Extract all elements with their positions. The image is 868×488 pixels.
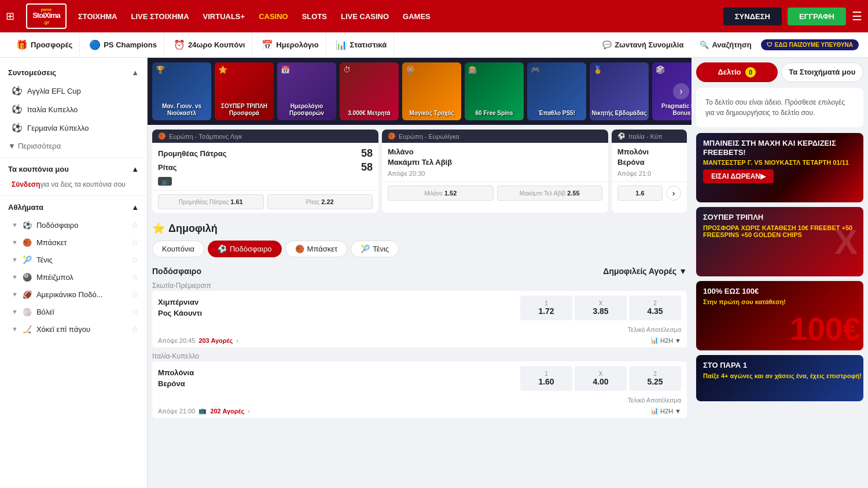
hockey-star-icon[interactable]: ☆ xyxy=(131,324,139,334)
live-score-card-1[interactable]: 🏀 Ευρώπη - Τσάμπιονς Λιγκ Προμηθέας Πάτρ… xyxy=(152,130,378,213)
promo-next-button[interactable]: › xyxy=(673,83,689,99)
nav-livecasino[interactable]: LIVE CASINO xyxy=(341,12,389,21)
tab-tennis[interactable]: 🎾 Τένις xyxy=(351,241,399,257)
banner-cta-1[interactable]: ΕΙΣΑΙ ΔΩΡΕΑΝ▶ xyxy=(703,169,863,183)
score-btn-3-team1[interactable]: 1.6 xyxy=(617,186,663,201)
nav-stats[interactable]: 📊 Στατιστικά xyxy=(329,32,395,58)
promo-banner-welcome[interactable]: 100% ΕΩΣ 100€ Στην πρώτη σου κατάθεση! 1… xyxy=(696,281,863,350)
americanfootball-star-icon[interactable]: ☆ xyxy=(131,290,139,299)
nav-games[interactable]: GAMES xyxy=(403,12,431,21)
promo-card-freespins[interactable]: 🎰 60 Free Spins xyxy=(465,62,524,120)
odd-btn-2-2[interactable]: 2 5.25 xyxy=(629,366,681,391)
sport-item-hockey[interactable]: ▼ 🏒 Χόκεϊ επί πάγου ☆ xyxy=(0,320,147,338)
hamburger-icon[interactable]: ☰ xyxy=(852,9,862,23)
score-btn-2-team1[interactable]: Μιλάνο 1.52 xyxy=(388,186,494,201)
sidebar-item-germany-label: Γερμανία Κύπελλο xyxy=(27,124,89,132)
odd-btn-2-1[interactable]: 1 1.60 xyxy=(520,366,572,391)
sidebar-item-italy-cup[interactable]: ⚽ Ιταλία Κυπελλο xyxy=(0,100,147,119)
promo-card-triple[interactable]: ⭐ ΣΟΥΠΕΡ ΤΡΙΠΛΗ Προσφορά xyxy=(215,62,274,120)
sports-header[interactable]: Αθλήματα ▲ xyxy=(0,198,147,216)
tennis-star-icon[interactable]: ☆ xyxy=(131,255,139,264)
volleyball-star-icon[interactable]: ☆ xyxy=(131,307,139,316)
nav-casino[interactable]: CASINO xyxy=(259,12,288,21)
promo-card-countdown[interactable]: ⏱ 3.000€ Μετρητά xyxy=(340,62,399,120)
promo-card-wheel[interactable]: 🎡 Μαγικός Τροχός xyxy=(402,62,461,120)
nav-offers[interactable]: 🎁 Προσφορές xyxy=(9,32,80,58)
site-logo[interactable]: pame StoiXima .gr xyxy=(26,3,67,29)
odd-btn-2-x[interactable]: Χ 4.00 xyxy=(575,366,627,391)
promo-ps-icon: 🏆 xyxy=(156,65,165,74)
baseball-star-icon[interactable]: ☆ xyxy=(131,272,139,282)
nav-calendar[interactable]: 📅 Ημερολόγιο xyxy=(255,32,326,58)
odd-btn-1-2[interactable]: 2 4.35 xyxy=(629,295,681,320)
sidebar-item-germany-cup[interactable]: ⚽ Γερμανία Κύπελλο xyxy=(0,119,147,137)
search-button[interactable]: 🔍 Αναζήτηση xyxy=(693,32,758,58)
shortcuts-header[interactable]: Συντομεύσεις ▲ xyxy=(0,64,147,82)
more-label: Περισσότερα xyxy=(18,142,61,150)
responsible-gaming-badge[interactable]: 🛡 ΕΔΩ ΠΑΙΖΟΥΜΕ ΥΠΕΥΘΥΝΑ xyxy=(761,39,859,50)
nav-ps-champions[interactable]: 🔵 PS Champions xyxy=(82,32,164,58)
odd-btn-1-x[interactable]: Χ 3.85 xyxy=(575,295,627,320)
score-btn-1-team1[interactable]: Προμηθέας Πάτρας 1.61 xyxy=(158,194,264,209)
sidebar-item-england-cup[interactable]: ⚽ Αγγλία EFL Cup xyxy=(0,82,147,100)
nav-stoixima[interactable]: ΣΤΟΙΧΗΜΑ xyxy=(78,12,117,21)
sport-item-baseball[interactable]: ▼ 🎱 Μπέιζμπολ ☆ xyxy=(0,268,147,286)
sport-item-volleyball[interactable]: ▼ 🏐 Βόλεϊ ☆ xyxy=(0,303,147,320)
live-score-card-2[interactable]: 🏀 Ευρώπη - Ευρωλίγκα Μιλάνο Μακάμπι Τελ … xyxy=(382,130,608,213)
tab-basketball[interactable]: 🏀 Μπάσκετ xyxy=(285,241,348,257)
more-markets-1[interactable]: 203 Αγορές xyxy=(198,337,233,344)
league-icon-1: 🏀 xyxy=(158,132,166,140)
h2h-btn-2[interactable]: 📊 H2H ▼ xyxy=(650,407,681,415)
match-team-2-2: Βερόνα xyxy=(158,379,516,389)
score-card-next-button[interactable]: › xyxy=(666,186,681,201)
login-button[interactable]: ΣΥΝΔΕΣΗ xyxy=(723,8,782,25)
sport-item-basketball[interactable]: ▼ 🏀 Μπάσκετ ☆ xyxy=(0,234,147,251)
coupons-header[interactable]: Τα κουπόνια μου ▲ xyxy=(0,160,147,178)
betslip-tab-mybets[interactable]: Τα Στοιχήματά μου xyxy=(781,62,864,82)
banner-btn-1[interactable]: ΕΙΣΑΙ ΔΩΡΕΑΝ▶ xyxy=(703,169,774,183)
sport-baseball-label: Μπέιζμπολ xyxy=(36,273,73,282)
betslip-empty-text: Το δελτίο σου είναι άδειο. Πρόσθεσε επιλ… xyxy=(705,98,845,117)
live-scores-container: 🏀 Ευρώπη - Τσάμπιονς Λιγκ Προμηθέας Πάτρ… xyxy=(148,125,692,217)
tv-icon-2: 📺 xyxy=(198,407,207,415)
promo-banner-triple[interactable]: ΣΟΥΠΕΡ ΤΡΙΠΛΗ ΠΡΟΣΦΟΡΑ ΧΩΡΙΣ ΚΑΤΑΘΕΣΗ 10… xyxy=(696,207,863,276)
nav-virtuals[interactable]: VIRTUALS+ xyxy=(203,12,245,21)
h2h-btn-1[interactable]: 📊 H2H ▼ xyxy=(650,337,681,344)
sport-item-tennis[interactable]: ▼ 🎾 Τένις ☆ xyxy=(0,251,147,268)
more-markets-2[interactable]: 202 Αγορές xyxy=(210,408,244,415)
sport-item-american-football[interactable]: ▼ 🏈 Αμερικάνικο Ποδό... ☆ xyxy=(0,286,147,303)
register-button[interactable]: ΕΓΓΡΑΦΗ xyxy=(788,8,846,25)
promo-ps5-inner: 🎮 Έπαθλο PS5! xyxy=(527,62,586,120)
grid-icon[interactable]: ⊞ xyxy=(6,10,14,23)
promo-banner-freebets-sub: ΜΑΝΤΣΕΣΤΕΡ Γ. VS ΝΙΟΥΚΑΣΤΛ ΤΕΤΑΡΤΗ 01/11 xyxy=(703,159,863,166)
nav-slots[interactable]: SLOTS xyxy=(302,12,327,21)
promo-card-ps5[interactable]: 🎮 Έπαθλο PS5! xyxy=(527,62,586,120)
betslip-tab-active[interactable]: Δελτίο 0 xyxy=(696,62,778,82)
live-score-card-3[interactable]: ⚽ Ιταλία - Κύπ Μπολόνι Βερόνα Απόψε 21:0… xyxy=(612,130,687,213)
more-markets-arrow-1[interactable]: › xyxy=(236,337,238,344)
score-btn-1-team2[interactable]: Ρίτας 2.22 xyxy=(267,194,373,209)
basketball-star-icon[interactable]: ☆ xyxy=(131,238,139,247)
sport-tennis-left: ▼ 🎾 Τένις xyxy=(12,256,53,264)
promo-card-calendar[interactable]: 📅 Ημερολόγιο Προσφορών xyxy=(277,62,336,120)
more-shortcuts[interactable]: ▼ Περισσότερα xyxy=(0,137,147,155)
football-star-icon[interactable]: ☆ xyxy=(131,220,139,230)
more-markets-arrow-2[interactable]: › xyxy=(248,408,250,415)
promo-card-ps[interactable]: 🏆 Μαν. Γιουν. vs Νιούκαστλ xyxy=(152,62,211,120)
login-link[interactable]: Σύνδεση xyxy=(12,180,40,188)
promo-card-weekly[interactable]: 🏅 Νικητής Εβδομάδας xyxy=(590,62,649,120)
sport-item-football[interactable]: ▼ ⚽ Ποδόσφαιρο ☆ xyxy=(0,216,147,234)
tab-coupons[interactable]: Κουπόνια xyxy=(152,241,204,257)
nav-live[interactable]: LIVE ΣΤΟΙΧΗΜΑ xyxy=(131,12,189,21)
promo-banner-para1[interactable]: ΣΤΟ ΠΑΡΑ 1 Παίξε 4+ αγώνες και αν χάσεις… xyxy=(696,355,863,401)
live-chat-button[interactable]: 💬 Ζωντανή Συνομιλία xyxy=(595,32,690,58)
score-btn-val-1: 1.61 xyxy=(230,198,242,205)
promo-banner-freebets[interactable]: ΜΠΑΙΝΕΙΣ ΣΤΗ ΜΑΧΗ ΚΑΙ ΚΕΡΔΙΖΕΙΣ FREEBETS… xyxy=(696,133,863,202)
sports-toggle-icon: ▲ xyxy=(131,203,139,212)
score-btn-2-team2[interactable]: Μακάμπι Τελ Αβίβ 2.55 xyxy=(497,186,603,201)
live-chat-label: Ζωντανή Συνομιλία xyxy=(615,40,683,49)
nav-24h-coupon[interactable]: ⏰ 24ωρο Κουπόνι xyxy=(167,32,252,58)
odd-btn-1-1[interactable]: 1 1.72 xyxy=(520,295,572,320)
tab-football[interactable]: ⚽ Ποδόσφαιρο xyxy=(208,241,282,257)
popular-markets-dropdown[interactable]: Δημοφιλείς Αγορές ▼ xyxy=(603,267,687,276)
